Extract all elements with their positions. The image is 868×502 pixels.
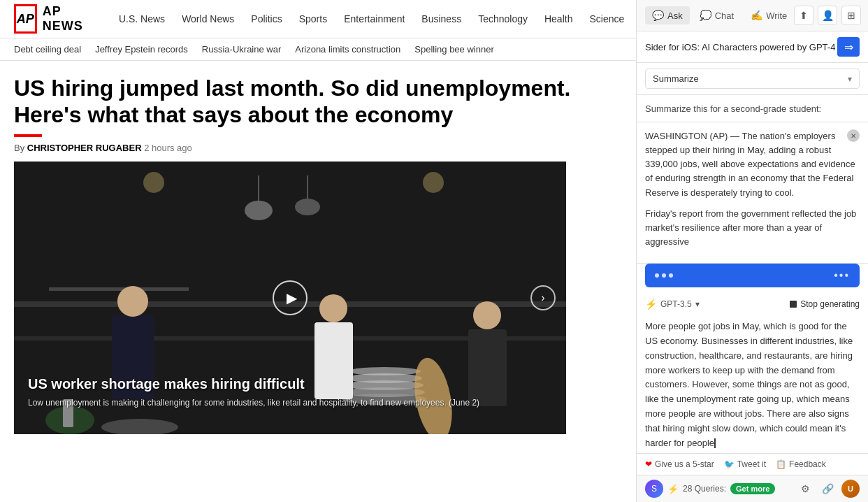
sider-loading-bar: ••• [645,264,860,287]
sider-arrow-button[interactable]: ⇒ [837,37,860,57]
breaking-arizona[interactable]: Arizona limits construction [295,44,400,55]
breaking-debt-ceiling[interactable]: Debt ceiling deal [14,44,81,55]
gpt-version-badge[interactable]: ⚡ GPT-3.5 ▾ [645,299,700,310]
sider-prompt: Summarize this for a second-grade studen… [637,95,868,122]
loading-dot-3 [669,273,673,278]
nav-politics[interactable]: Politics [243,13,290,24]
typing-cursor [714,438,716,448]
user-action[interactable]: 👤 [818,6,837,25]
main-nav: U.S. News World News Politics Sports Ent… [110,13,636,24]
user-avatar[interactable]: U [841,480,860,498]
nav-technology[interactable]: Technology [470,13,536,24]
tab-chat[interactable]: 💭 Chat [693,6,741,24]
header: AP AP NEWS U.S. News World News Politics… [0,0,636,38]
get-more-button[interactable]: Get more [730,483,775,494]
export-action[interactable]: ⬆ [794,6,813,25]
feedback-button[interactable]: 📋 Feedback [776,459,826,469]
breaking-epstein[interactable]: Jeffrey Epstein records [95,44,188,55]
ap-logo-box[interactable]: AP [14,4,37,34]
prompt-text: Summarize this for a second-grade studen… [645,103,821,114]
article-para-2: Friday's report from the government refl… [645,207,860,249]
chevron-down-gpt: ▾ [695,299,700,309]
five-star-button[interactable]: ❤ Give us a 5-star [645,459,714,469]
stop-generating-button[interactable]: Stop generating [790,299,860,309]
tweet-button[interactable]: 🐦 Tweet it [724,459,766,469]
ap-logo-text: AP NEWS [43,4,89,34]
tab-chat-label: Chat [715,10,734,21]
video-container: US worker shortage makes hiring difficul… [14,162,566,434]
toolbar-icon-1[interactable]: ⚙ [797,480,813,497]
gpt-response-text: More people got jobs in May, which is go… [645,320,860,450]
nav-business[interactable]: Business [413,13,470,24]
write-icon: ✍ [751,10,762,21]
summarize-select[interactable]: Summarize ▾ [645,69,860,89]
sider-top-bar: 💬 Ask 💭 Chat ✍ Write ⬆ 👤 ⊞ [637,0,868,31]
breaking-spelling-bee[interactable]: Spelling bee winner [414,44,493,55]
toolbar-right: ⚙ 🔗 U [797,480,860,498]
loading-dots [655,273,673,278]
svg-point-21 [245,201,273,220]
sider-bottom-actions: ❤ Give us a 5-star 🐦 Tweet it 📋 Feedback [637,453,868,475]
svg-point-8 [348,367,421,375]
bolt-icon: ⚡ [645,299,657,310]
sider-title-bar: Sider for iOS: AI Characters powered by … [637,31,868,63]
breaking-bar: Debt ceiling deal Jeffrey Epstein record… [0,38,636,61]
arrow-right-icon: ⇒ [844,41,853,54]
twitter-icon: 🐦 [724,459,735,469]
byline-prefix: By [14,143,27,153]
sider-article-content: ✕ WASHINGTON (AP) — The nation's employe… [637,122,868,264]
gpt-version-label: GPT-3.5 [660,299,692,309]
feedback-label: Feedback [789,459,826,469]
tab-write[interactable]: ✍ Write [744,6,794,24]
article-time: 2 hours ago [144,143,192,153]
chat-icon: 💭 [700,10,711,21]
toolbar-left: S ⚡ 28 Queries: Get more [645,480,775,498]
article-para-1: WASHINGTON (AP) — The nation's employers… [645,129,860,200]
feedback-actions: ❤ Give us a 5-star 🐦 Tweet it 📋 Feedback [645,459,826,469]
feedback-icon: 📋 [776,459,786,469]
queries-count: ⚡ 28 Queries: Get more [667,483,775,494]
toolbar-icon-2[interactable]: 🔗 [819,480,836,497]
video-title: US worker shortage makes hiring difficul… [28,376,305,392]
logo-area: AP AP NEWS [14,4,89,34]
next-icon: › [541,292,544,304]
svg-point-17 [473,301,501,329]
sider-summarize-row: Summarize ▾ [637,63,868,95]
svg-point-22 [295,199,320,215]
svg-point-13 [117,286,148,317]
grid-action[interactable]: ⊞ [841,6,861,25]
article-area: US hiring jumped last month. So did unem… [0,61,636,441]
loading-dot-1 [655,273,659,278]
nav-us-news[interactable]: U.S. News [110,13,173,24]
more-actions-icon[interactable]: ••• [834,269,850,282]
summarize-label: Summarize [653,73,699,84]
svg-point-20 [423,172,444,193]
clear-button[interactable]: ✕ [847,129,860,142]
nav-world-news[interactable]: World News [173,13,243,24]
sider-title: Sider for iOS: AI Characters powered by … [645,42,837,52]
loading-dot-2 [662,273,666,278]
tweet-label: Tweet it [737,459,766,469]
nav-sports[interactable]: Sports [291,13,335,24]
article-byline: By CHRISTOPHER RUGABER 2 hours ago [14,143,622,153]
stop-icon [790,301,797,308]
nav-health[interactable]: Health [536,13,581,24]
heart-icon: ❤ [645,459,652,469]
video-play-button[interactable]: ▶ [273,280,308,315]
video-next-button[interactable]: › [530,285,556,310]
ap-logo-initials: AP [17,12,34,27]
tab-ask[interactable]: 💬 Ask [645,6,690,24]
svg-point-15 [319,294,347,322]
nav-science[interactable]: Science [581,13,632,24]
svg-point-19 [143,172,164,193]
breaking-ukraine[interactable]: Russia-Ukraine war [202,44,281,55]
nav-entertainment[interactable]: Entertainment [335,13,413,24]
svg-rect-16 [468,329,507,406]
sider-panel: 💬 Ask 💭 Chat ✍ Write ⬆ 👤 ⊞ Sider for iOS… [636,0,868,502]
bolt-small-icon: ⚡ [667,484,679,494]
svg-rect-14 [314,322,353,399]
gpt-response-area: More people got jobs in May, which is go… [637,314,868,453]
article-title: US hiring jumped last month. So did unem… [14,75,615,129]
ask-icon: 💬 [652,10,664,21]
tab-write-label: Write [766,10,787,21]
